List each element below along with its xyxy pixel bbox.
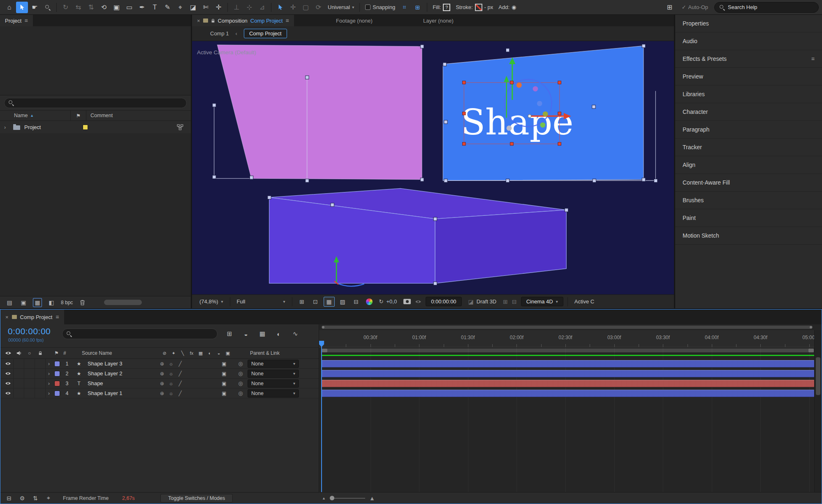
selection-handle[interactable]: [593, 179, 596, 182]
shape-text[interactable]: Shape: [461, 101, 574, 143]
layer-parent-dropdown[interactable]: None▾: [248, 370, 299, 378]
gizmo-handle-dot[interactable]: [537, 101, 542, 106]
world-axis-mode-icon[interactable]: ⊹: [243, 2, 255, 13]
layer-row[interactable]: ›4★Shape Layer 1⊕☼╱▣◎None▾: [0, 388, 319, 398]
breadcrumb-parent[interactable]: Comp 1: [210, 30, 229, 37]
local-axis-mode-icon[interactable]: ⊥: [231, 2, 243, 13]
magnification-dropdown[interactable]: (74,8%) ▾: [197, 296, 226, 307]
close-icon[interactable]: ×: [197, 18, 200, 24]
layer-lock-toggle[interactable]: [35, 388, 46, 398]
transfer-controls-icon[interactable]: ⇅: [31, 494, 40, 503]
mask-visibility-icon[interactable]: ⊡: [310, 297, 321, 307]
sidebar-item-tracker[interactable]: Tracker: [675, 139, 822, 156]
project-search-box[interactable]: [4, 98, 187, 108]
text-selection-handle[interactable]: [462, 112, 465, 115]
selection-handle[interactable]: [443, 62, 446, 66]
selection-handle[interactable]: [331, 203, 334, 206]
source-name-column-label[interactable]: Source Name: [82, 350, 112, 356]
pen-tool[interactable]: ✒: [136, 2, 148, 13]
layer-3d-switch[interactable]: ▣: [220, 391, 229, 396]
lock-column-icon[interactable]: [38, 351, 42, 356]
trash-icon[interactable]: [78, 298, 87, 307]
selection-handle[interactable]: [420, 45, 424, 48]
layer-audio-toggle[interactable]: [14, 359, 24, 368]
scrollbar-thumb[interactable]: [816, 357, 820, 395]
layer-solo-toggle[interactable]: [24, 359, 35, 368]
channel-color-icon[interactable]: [366, 298, 373, 305]
project-search-input[interactable]: [16, 100, 183, 106]
layer-solo-toggle[interactable]: [24, 379, 35, 388]
layer-parent-dropdown[interactable]: None▾: [248, 379, 299, 388]
layer-shy-switch[interactable]: ⊕: [157, 361, 167, 367]
layer-parent-dropdown[interactable]: None▾: [248, 389, 299, 398]
tab-layer[interactable]: Layer (none): [423, 15, 454, 26]
zoom-in-icon[interactable]: ▲: [369, 495, 375, 502]
selection-handle[interactable]: [642, 44, 645, 48]
layer-fx-switch[interactable]: ╱: [176, 381, 185, 386]
draft-3d-toggle[interactable]: ◪ Draft 3D: [466, 296, 499, 307]
preview-timecode[interactable]: 0:00:00:00: [426, 297, 461, 306]
layer-expand-chevron[interactable]: ›: [46, 361, 52, 367]
switch-column-icon-3[interactable]: ╲: [178, 351, 187, 356]
orbit-camera-tool[interactable]: ↻: [60, 2, 72, 13]
layer-audio-toggle[interactable]: [14, 388, 24, 398]
layer-row[interactable]: ›3TShape⊕☼╱▣◎None▾: [0, 379, 319, 388]
layer-eye-toggle[interactable]: [3, 369, 14, 378]
layer-shy-switch[interactable]: ⊕: [157, 371, 167, 377]
layer-eye-toggle[interactable]: [3, 379, 14, 388]
sidebar-item-paragraph[interactable]: Paragraph: [675, 121, 822, 139]
purple-plane-layer[interactable]: [217, 45, 422, 180]
layer-duration-bar[interactable]: [322, 390, 814, 397]
gizmo-handle-dot[interactable]: [540, 123, 545, 128]
selection-tool[interactable]: [16, 2, 28, 13]
sidebar-item-brushes[interactable]: Brushes: [675, 192, 822, 209]
layer-name[interactable]: Shape Layer 2: [86, 370, 157, 377]
layer-eye-toggle[interactable]: [3, 388, 14, 398]
text-selection-handle[interactable]: [462, 81, 465, 84]
layer-eye-toggle[interactable]: [3, 359, 14, 368]
layer-lock-toggle[interactable]: [35, 369, 46, 378]
panel-menu-icon[interactable]: ≡: [24, 17, 28, 24]
switch-column-icon-7[interactable]: ◒: [214, 351, 223, 356]
time-ruler[interactable]: 00:30f01:00f01:30f02:00f02:30f03:00f03:3…: [319, 330, 814, 347]
add-icon[interactable]: ◉: [512, 4, 516, 10]
layer-quality-switch[interactable]: ☼: [167, 391, 176, 396]
layer-fx-switch[interactable]: ╱: [176, 391, 185, 396]
layer-name[interactable]: Shape Layer 3: [86, 361, 157, 367]
gizmo-position-icon[interactable]: ✛: [287, 2, 299, 13]
eraser-tool[interactable]: ◪: [187, 2, 199, 13]
help-search-box[interactable]: [714, 2, 819, 13]
gizmo-rotation-icon[interactable]: ⟳: [313, 2, 324, 13]
selection-handle[interactable]: [506, 49, 509, 52]
gizmo-handle-dot[interactable]: [533, 86, 538, 92]
brush-tool[interactable]: ✎: [162, 2, 174, 13]
zoom-slider-handle[interactable]: [330, 496, 334, 500]
hand-tool[interactable]: ☛: [29, 2, 41, 13]
box-right-face[interactable]: [435, 210, 566, 284]
layer-pickwhip[interactable]: ◎: [236, 390, 245, 396]
switch-column-icon-5[interactable]: ▦: [196, 351, 205, 356]
horizontal-scrollbar-thumb[interactable]: [104, 300, 142, 305]
timeline-search-input[interactable]: [74, 331, 213, 337]
project-folder-row[interactable]: › Project: [0, 121, 191, 133]
eye-column-icon[interactable]: [5, 351, 12, 355]
timeline-zoom-control[interactable]: ▲ ▲: [322, 495, 375, 502]
new-folder-icon[interactable]: ▣: [19, 298, 28, 307]
sidebar-item-character[interactable]: Character: [675, 103, 822, 121]
puppet-pin-tool[interactable]: ✛: [213, 2, 225, 13]
label-column-icon[interactable]: ⚑: [54, 350, 59, 356]
rotation-tool[interactable]: ⟲: [98, 2, 110, 13]
layer-solo-toggle[interactable]: [24, 369, 35, 378]
sidebar-item-content-aware-fill[interactable]: Content-Aware Fill: [675, 174, 822, 192]
layer-pickwhip[interactable]: ◎: [236, 370, 245, 377]
folder-name[interactable]: Project: [24, 124, 77, 130]
camera-wireframes-icon[interactable]: ⊟: [351, 297, 362, 307]
panel-menu-icon[interactable]: ≡: [811, 55, 815, 62]
snapshot-camera-icon[interactable]: [403, 299, 411, 304]
solo-column-icon[interactable]: ○: [28, 350, 31, 356]
workspace-icon[interactable]: ⊞: [664, 2, 676, 13]
gizmo-handle-dot[interactable]: [516, 83, 522, 88]
layer-expand-chevron[interactable]: ›: [46, 370, 52, 377]
layer-name[interactable]: Shape: [86, 380, 157, 386]
sidebar-item-audio[interactable]: Audio: [675, 32, 822, 50]
